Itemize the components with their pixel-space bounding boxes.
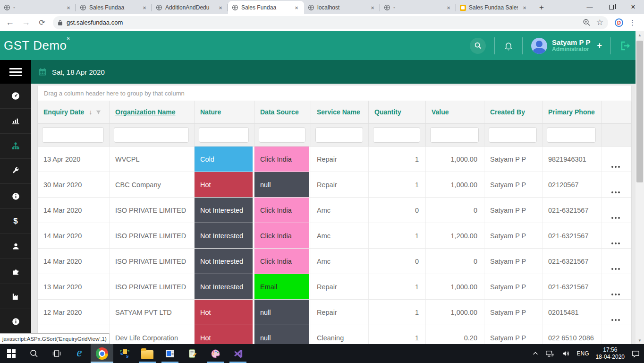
browser-tab[interactable]: - × [0, 1, 76, 14]
extension-icon[interactable]: D [615, 18, 623, 27]
taskbar-chrome-button[interactable] [91, 344, 113, 363]
taskbar-visual-studio-button[interactable] [227, 344, 249, 363]
table-row[interactable]: 12 Mar 2020SATYAM PVT LTDHotnullRepair11… [38, 300, 631, 325]
start-button[interactable] [0, 344, 23, 363]
browser-menu-icon[interactable]: ⋮ [629, 18, 636, 27]
sidebar-item-organization[interactable] [0, 134, 31, 159]
reload-icon[interactable]: ⟳ [36, 17, 48, 29]
sidebar-item-about[interactable] [0, 309, 31, 334]
column-header-value[interactable]: Value [426, 101, 484, 123]
close-button[interactable]: × [622, 0, 644, 14]
scroll-up-icon[interactable]: ▲ [636, 31, 644, 39]
browser-tab[interactable]: localhost × [304, 1, 380, 14]
filter-created-by-input[interactable] [489, 127, 537, 143]
page-scrollbar[interactable]: ▲ ▼ [636, 31, 644, 344]
row-actions-button[interactable] [602, 198, 630, 223]
filter-data-source-input[interactable] [259, 127, 305, 143]
row-actions-button[interactable] [602, 172, 630, 197]
browser-tab[interactable]: - × [380, 1, 456, 14]
row-actions-button[interactable] [602, 147, 630, 172]
table-row[interactable]: 14 Mar 2020ISO PRIVATE LIMITEDNot Intere… [38, 249, 631, 274]
scrollbar-thumb[interactable] [636, 41, 643, 182]
table-row[interactable]: 30 Mar 2020CBC CompanyHotnullRepair11,00… [38, 172, 631, 198]
browser-tab-active[interactable]: Sales Fundaa × [228, 1, 304, 14]
browser-tab[interactable]: Sales Fundaa × [76, 1, 152, 14]
sidebar-item-finance[interactable]: $ [0, 209, 31, 234]
taskbar-app-window-button[interactable] [159, 344, 181, 363]
tab-close-icon[interactable]: × [445, 4, 452, 11]
column-header-data-source[interactable]: Data Source [254, 101, 311, 123]
column-header-quantity[interactable]: Quantity [369, 101, 426, 123]
clock[interactable]: 17:56 18-04-2020 [596, 346, 625, 361]
column-header-primary-phone[interactable]: Primary Phone [542, 101, 602, 123]
new-tab-button[interactable]: + [535, 1, 548, 14]
sidebar-item-info[interactable] [0, 184, 31, 209]
notifications-bell-icon[interactable] [503, 40, 514, 52]
internet-explorer-icon: e [76, 346, 82, 359]
forward-icon[interactable]: → [20, 17, 32, 29]
table-row[interactable]: 14 Mar 2020ISO PRIVATE LIMITEDNot Intere… [38, 223, 631, 249]
filter-quantity-input[interactable] [373, 127, 420, 143]
sidebar-item-tools[interactable] [0, 159, 31, 184]
browser-tab[interactable]: Sales Fundaa Sales × [456, 1, 532, 14]
search-button[interactable] [470, 38, 486, 54]
filter-funnel-icon[interactable] [95, 109, 102, 115]
tab-close-icon[interactable]: × [369, 4, 376, 11]
filter-value-input[interactable] [430, 127, 479, 143]
task-view-button[interactable] [45, 344, 68, 363]
tab-close-icon[interactable]: × [521, 4, 528, 11]
taskbar-explorer-button[interactable] [136, 344, 159, 363]
taskbar-notepad-button[interactable] [181, 344, 204, 363]
row-actions-button[interactable] [602, 325, 630, 344]
column-header-service-name[interactable]: Service Name [311, 101, 369, 123]
network-icon[interactable] [545, 349, 555, 358]
table-row[interactable]: 13 Mar 2020ISO PRIVATE LIMITEDNot Intere… [38, 274, 631, 300]
row-actions-button[interactable] [602, 249, 630, 274]
taskbar-ie-button[interactable]: e [68, 344, 91, 363]
table-row[interactable]: 13 Apr 2020WVCPLColdClick IndiaRepair11,… [38, 147, 631, 172]
sidebar-item-customers[interactable] [0, 234, 31, 259]
filter-enquiry-date-input[interactable] [42, 127, 104, 143]
minimize-button[interactable]: — [579, 0, 601, 14]
action-center-icon[interactable] [631, 349, 640, 358]
scroll-down-icon[interactable]: ▼ [636, 337, 644, 344]
column-header-created-by[interactable]: Created By [484, 101, 542, 123]
filter-service-name-input[interactable] [315, 127, 363, 143]
taskbar-search-button[interactable] [23, 344, 45, 363]
column-header-nature[interactable]: Nature [195, 101, 254, 123]
sidebar-item-production[interactable] [0, 284, 31, 309]
language-indicator[interactable]: ENG [577, 350, 589, 357]
taskbar-paint-button[interactable] [204, 344, 227, 363]
column-header-organization[interactable]: Organization Name [110, 101, 195, 123]
row-actions-button[interactable] [602, 300, 630, 325]
table-row[interactable]: Dev Life CorporationHotnullCleaning10.20… [38, 325, 631, 344]
maximize-button[interactable] [601, 0, 622, 14]
address-bar[interactable]: gst.salesfundaa.com ☆ [53, 16, 608, 29]
filter-nature-input[interactable] [199, 127, 249, 143]
menu-toggle-button[interactable] [0, 60, 31, 84]
tab-close-icon[interactable]: × [65, 4, 72, 11]
tab-close-icon[interactable]: × [217, 4, 224, 11]
back-icon[interactable]: ← [4, 17, 16, 29]
sidebar-item-reports[interactable] [0, 109, 31, 134]
row-actions-button[interactable] [602, 274, 630, 299]
filter-organization-input[interactable] [114, 127, 189, 143]
tab-close-icon[interactable]: × [293, 4, 300, 11]
user-menu[interactable]: Satyam P P Administrator + [531, 38, 602, 54]
taskbar-utility-button[interactable] [113, 344, 136, 363]
add-button[interactable]: + [597, 41, 602, 51]
tab-close-icon[interactable]: × [141, 4, 148, 11]
volume-icon[interactable] [561, 349, 570, 358]
logout-icon[interactable] [619, 40, 632, 52]
sidebar-item-dashboard[interactable] [0, 84, 31, 109]
zoom-icon[interactable] [583, 18, 591, 26]
tray-chevron-up-icon[interactable] [532, 350, 539, 357]
sort-descending-icon[interactable]: ↓ [89, 108, 92, 116]
browser-tab[interactable]: AdditionAndDedu × [152, 1, 228, 14]
table-row[interactable]: 14 Mar 2020ISO PRIVATE LIMITEDNot Intere… [38, 198, 631, 223]
row-actions-button[interactable] [602, 223, 630, 248]
bookmark-star-icon[interactable]: ☆ [596, 17, 603, 27]
column-header-enquiry-date[interactable]: Enquiry Date ↓ [38, 101, 110, 123]
sidebar-item-integrations[interactable] [0, 259, 31, 284]
filter-primary-phone-input[interactable] [547, 127, 596, 143]
